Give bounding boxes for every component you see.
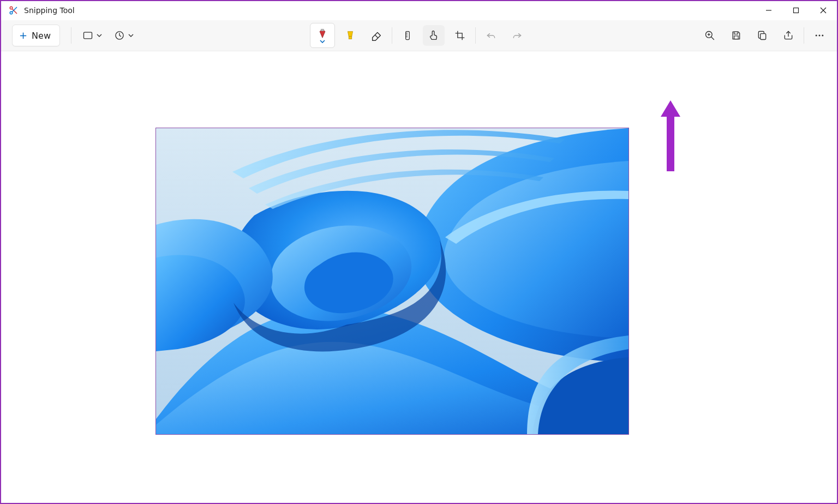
pen-icon <box>317 28 328 39</box>
app-icon <box>9 5 19 15</box>
svg-rect-5 <box>794 8 799 13</box>
clock-icon <box>114 30 125 41</box>
zoom-in-icon <box>704 30 715 41</box>
zoom-button[interactable] <box>699 25 721 46</box>
touch-writing-tool[interactable] <box>423 25 445 46</box>
svg-rect-22 <box>734 36 739 39</box>
undo-icon <box>486 30 496 41</box>
maximize-button[interactable] <box>782 1 810 20</box>
save-icon <box>731 30 741 41</box>
toolbar: + New <box>1 20 837 51</box>
new-button[interactable]: + New <box>12 25 60 46</box>
svg-line-12 <box>375 35 378 38</box>
eraser-tool[interactable] <box>366 25 387 46</box>
svg-rect-23 <box>761 34 766 40</box>
title-bar: Snipping Tool <box>1 1 837 20</box>
svg-point-24 <box>816 35 817 37</box>
ballpoint-pen-tool[interactable] <box>310 23 335 48</box>
ruler-tool[interactable] <box>397 25 418 46</box>
crop-tool[interactable] <box>449 25 471 46</box>
svg-line-18 <box>711 37 714 40</box>
touch-icon <box>428 29 440 41</box>
eraser-icon <box>370 29 382 41</box>
more-icon <box>814 30 825 41</box>
svg-rect-13 <box>406 32 410 40</box>
rectangle-mode-icon <box>82 30 93 41</box>
captured-screenshot[interactable] <box>155 128 629 435</box>
share-icon <box>783 30 794 41</box>
separator <box>71 27 71 44</box>
plus-icon: + <box>19 31 27 40</box>
ruler-icon <box>402 30 413 41</box>
svg-rect-10 <box>321 29 324 31</box>
more-button[interactable] <box>809 25 830 46</box>
redo-icon <box>512 30 523 41</box>
new-button-label: New <box>32 31 51 41</box>
annotation-arrow <box>660 100 681 171</box>
chevron-down-icon <box>97 33 102 38</box>
copy-button[interactable] <box>751 25 773 46</box>
minimize-button[interactable] <box>755 1 782 20</box>
window-controls <box>755 1 837 20</box>
separator <box>475 27 476 44</box>
separator <box>392 27 392 44</box>
redo-button[interactable] <box>506 25 528 46</box>
save-button[interactable] <box>725 25 747 46</box>
svg-rect-8 <box>84 32 92 39</box>
svg-point-25 <box>819 35 821 37</box>
snip-mode-dropdown[interactable] <box>81 25 103 46</box>
highlighter-tool[interactable] <box>339 25 361 46</box>
delay-dropdown[interactable] <box>113 25 135 46</box>
canvas-area <box>1 51 837 503</box>
undo-button[interactable] <box>480 25 502 46</box>
close-button[interactable] <box>810 1 837 20</box>
window-title: Snipping Tool <box>24 6 75 15</box>
crop-icon <box>454 30 465 41</box>
svg-point-26 <box>822 35 823 37</box>
highlighter-icon <box>344 29 356 41</box>
chevron-down-icon <box>320 40 325 43</box>
copy-icon <box>757 30 768 41</box>
separator <box>804 27 804 44</box>
svg-rect-11 <box>349 37 352 39</box>
chevron-down-icon <box>128 33 134 38</box>
share-button[interactable] <box>777 25 799 46</box>
